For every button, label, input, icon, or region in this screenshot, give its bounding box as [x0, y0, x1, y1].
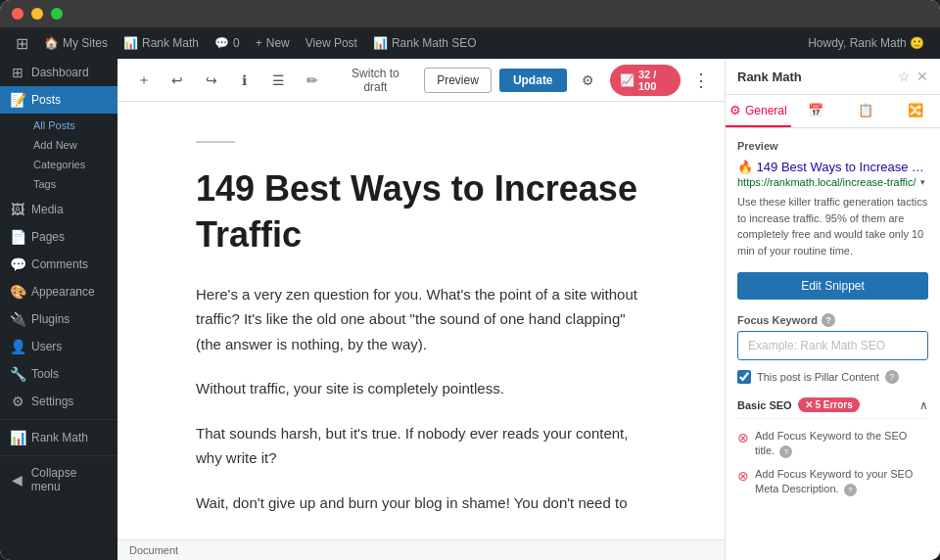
pillar-help-icon[interactable]: ?	[885, 370, 899, 384]
sidebar-item-rank-math[interactable]: 📊 Rank Math	[0, 424, 118, 451]
pillar-content-label: This post is Pillar Content	[757, 371, 879, 383]
admin-bar: ⊞ 🏠 My Sites 📊 Rank Math 💬 0 + New View …	[0, 27, 940, 59]
focus-keyword-help-icon[interactable]: ?	[822, 313, 835, 327]
editor-area[interactable]: 149 Best Ways to Increase Traffic Here's…	[118, 102, 725, 539]
seo-score-badge[interactable]: 📈 32 / 100	[610, 65, 681, 96]
sidebar-item-comments[interactable]: 💬 Comments	[0, 251, 118, 278]
sidebar-item-tools[interactable]: 🔧 Tools	[0, 360, 118, 388]
info-button[interactable]: ℹ	[230, 65, 259, 96]
switch-draft-button[interactable]: Switch to draft	[335, 63, 417, 98]
undo-button[interactable]: ↩	[163, 65, 192, 96]
sidebar-item-plugins[interactable]: 🔌 Plugins	[0, 305, 118, 333]
error-icon-1: ⊗	[737, 429, 749, 448]
rm-tabs: ⚙ General 📅 📋 🔀	[726, 95, 940, 128]
appearance-icon: 🎨	[10, 284, 25, 300]
editor-paragraph-3[interactable]: That sounds harsh, but it's true. If nob…	[196, 421, 646, 471]
editor-toolbar: ＋ ↩ ↪ ℹ ☰ ✏ Switch to draft Preview Upda…	[118, 59, 725, 102]
sidebar-item-posts[interactable]: 📝 Posts	[0, 86, 118, 114]
sidebar: ⊞ Dashboard 📝 Posts All Posts Add New Ca…	[0, 59, 118, 560]
error-1-help-icon[interactable]: ?	[779, 445, 792, 458]
admin-bar-new[interactable]: + New	[248, 27, 298, 59]
editor-divider	[196, 141, 235, 143]
add-block-button[interactable]: ＋	[129, 65, 159, 96]
tab-general[interactable]: ⚙ General	[726, 95, 791, 127]
error-text-2: Add Focus Keyword to your SEO Meta Descr…	[755, 467, 928, 497]
score-chart-icon: 📈	[620, 73, 634, 87]
close-panel-button[interactable]: ✕	[916, 69, 928, 84]
admin-bar-rank-math-seo[interactable]: 📊 Rank Math SEO	[365, 27, 485, 59]
preview-title-link[interactable]: 🔥 149 Best Ways to Increase Traffi...	[737, 160, 928, 174]
admin-bar-rank-math[interactable]: 📊 Rank Math	[116, 27, 207, 59]
posts-icon: 📝	[10, 92, 25, 108]
sidebar-sub-add-new[interactable]: Add New	[25, 135, 118, 155]
sidebar-item-pages[interactable]: 📄 Pages	[0, 223, 118, 251]
close-button[interactable]	[12, 8, 24, 20]
rank-math-sidebar-icon: 📊	[10, 430, 25, 445]
content-area: ＋ ↩ ↪ ℹ ☰ ✏ Switch to draft Preview Upda…	[118, 59, 725, 560]
sidebar-item-media[interactable]: 🖼 Media	[0, 196, 118, 223]
basic-seo-collapse-button[interactable]: ∧	[919, 398, 928, 412]
rm-panel-content: Preview 🔥 149 Best Ways to Increase Traf…	[726, 128, 940, 560]
seo-error-item-2: ⊗ Add Focus Keyword to your SEO Meta Des…	[737, 467, 928, 497]
toolbar-right: Switch to draft Preview Update ⚙ 📈 32 / …	[335, 63, 713, 98]
rm-panel-header: Rank Math ☆ ✕	[726, 59, 940, 95]
posts-submenu: All Posts Add New Categories Tags	[0, 114, 118, 196]
sidebar-item-appearance[interactable]: 🎨 Appearance	[0, 278, 118, 305]
sidebar-sub-all-posts[interactable]: All Posts	[25, 116, 118, 135]
list-view-button[interactable]: ☰	[263, 65, 293, 96]
admin-bar-view-post[interactable]: View Post	[298, 27, 365, 59]
admin-bar-user: Howdy, Rank Math 🙂	[800, 36, 932, 50]
my-sites-icon: 🏠	[44, 36, 59, 50]
sidebar-item-collapse[interactable]: ◀ Collapse menu	[0, 460, 118, 499]
sidebar-sub-categories[interactable]: Categories	[25, 155, 118, 174]
preview-section-title: Preview	[737, 140, 928, 152]
errors-badge: ✕ 5 Errors	[798, 397, 860, 412]
star-button[interactable]: ☆	[898, 69, 911, 84]
error-icon-2: ⊗	[737, 467, 749, 487]
admin-bar-my-sites[interactable]: 🏠 My Sites	[36, 27, 116, 59]
rm-panel-title: Rank Math	[737, 70, 802, 84]
basic-seo-header: Basic SEO ✕ 5 Errors ∧	[737, 397, 928, 419]
media-icon: 🖼	[10, 202, 25, 217]
sidebar-item-dashboard[interactable]: ⊞ Dashboard	[0, 59, 118, 86]
rm-panel-actions: ☆ ✕	[898, 69, 928, 84]
focus-keyword-input[interactable]	[737, 331, 928, 360]
editor-paragraph-1[interactable]: Here's a very zen question for you. What…	[196, 282, 646, 357]
tab-advanced[interactable]: 🔀	[890, 95, 940, 127]
minimize-button[interactable]	[31, 8, 43, 20]
rank-math-panel: Rank Math ☆ ✕ ⚙ General 📅 📋	[725, 59, 940, 560]
advanced-tab-icon: 🔀	[908, 103, 923, 117]
sidebar-sub-tags[interactable]: Tags	[25, 174, 118, 194]
editor-paragraph-2[interactable]: Without traffic, your site is completely…	[196, 376, 646, 401]
preview-url-row: https://rankmath.local/increase-traffic/…	[737, 176, 928, 188]
social-tab-icon: 📅	[808, 103, 823, 117]
schema-tab-icon: 📋	[858, 103, 873, 117]
sidebar-item-users[interactable]: 👤 Users	[0, 333, 118, 360]
gear-settings-button[interactable]: ⚙	[575, 65, 602, 96]
redo-button[interactable]: ↪	[197, 65, 226, 96]
sidebar-divider-2	[0, 455, 118, 456]
sidebar-item-settings[interactable]: ⚙ Settings	[0, 388, 118, 415]
maximize-button[interactable]	[51, 8, 63, 20]
editor-paragraph-4[interactable]: Wait, don't give up and burn your blog i…	[196, 490, 646, 516]
admin-bar-wp-logo[interactable]: ⊞	[8, 27, 36, 59]
edit-snippet-button[interactable]: Edit Snippet	[737, 272, 928, 300]
chevron-down-icon[interactable]: ▾	[920, 177, 925, 187]
sidebar-divider	[0, 419, 118, 420]
tab-schema[interactable]: 📋	[840, 95, 890, 127]
post-title[interactable]: 149 Best Ways to Increase Traffic	[196, 166, 646, 258]
pillar-content-checkbox[interactable]	[737, 370, 751, 384]
error-2-help-icon[interactable]: ?	[844, 484, 857, 496]
preview-button[interactable]: Preview	[424, 68, 492, 93]
preview-description: Use these killer traffic generation tact…	[737, 194, 928, 258]
admin-bar-comments[interactable]: 💬 0	[207, 27, 248, 59]
code-editor-button[interactable]: ✏	[297, 65, 326, 96]
basic-seo-title: Basic SEO ✕ 5 Errors	[737, 397, 860, 412]
update-button[interactable]: Update	[499, 69, 567, 92]
general-tab-icon: ⚙	[729, 103, 741, 117]
editor-status-bar: Document	[118, 539, 725, 560]
users-icon: 👤	[10, 339, 25, 354]
kebab-menu-button[interactable]: ⋮	[688, 67, 713, 94]
tab-social[interactable]: 📅	[791, 95, 841, 127]
comments-sidebar-icon: 💬	[10, 257, 25, 272]
